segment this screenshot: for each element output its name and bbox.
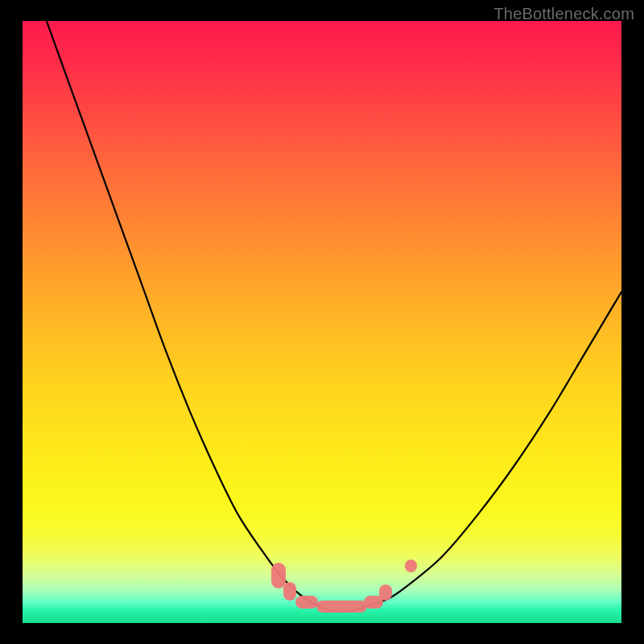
bottleneck-curve xyxy=(47,21,621,612)
ridge-marker xyxy=(271,563,286,588)
ridge-marker xyxy=(316,601,367,613)
ridge-marker xyxy=(405,559,417,572)
ridge-marker xyxy=(379,584,392,600)
ridge-marker xyxy=(295,596,318,609)
curve-svg xyxy=(23,21,621,623)
ridge-marker xyxy=(283,582,296,600)
plot-area xyxy=(23,21,621,623)
chart-stage: TheBottleneck.com xyxy=(0,0,644,644)
